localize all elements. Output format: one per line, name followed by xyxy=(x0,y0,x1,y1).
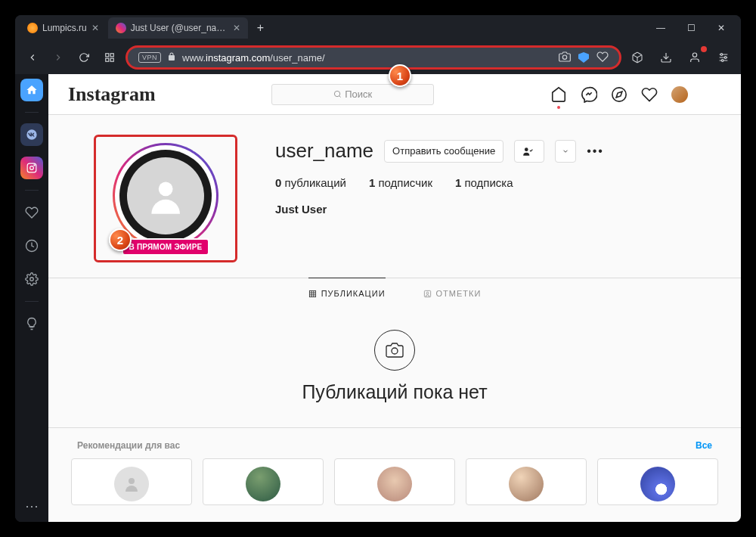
svg-rect-2 xyxy=(106,58,109,61)
svg-point-16 xyxy=(34,165,35,166)
search-placeholder: Поиск xyxy=(345,88,372,100)
sidebar-settings-icon[interactable] xyxy=(20,268,43,290)
close-icon[interactable]: ✕ xyxy=(233,23,240,33)
messenger-icon[interactable] xyxy=(581,86,597,103)
reco-header: Рекомендации для вас Все xyxy=(71,431,718,458)
profile-stats: 0 публикаций 1 подписчик 1 подписка xyxy=(275,176,604,189)
vpn-badge[interactable]: VPN xyxy=(138,52,161,63)
sidebar-more-icon[interactable]: ⋯ xyxy=(25,498,39,514)
reload-button[interactable] xyxy=(74,48,94,67)
tab-favicon-icon xyxy=(116,23,126,33)
reco-card[interactable] xyxy=(203,458,324,505)
body: ⋯ Instagram Поиск xyxy=(15,74,741,522)
svg-point-18 xyxy=(30,278,34,281)
instagram-logo[interactable]: Instagram xyxy=(68,83,156,106)
tab-title: Just User (@user_name) • xyxy=(131,23,228,33)
search-input[interactable]: Поиск xyxy=(271,84,434,105)
instagram-nav xyxy=(550,86,688,103)
tab-strip: Lumpics.ru ✕ Just User (@user_name) • ✕ … xyxy=(20,15,271,41)
window-controls: — ☐ ✕ xyxy=(646,17,736,39)
stat-following[interactable]: 1 подписка xyxy=(455,176,513,189)
suggestions-button[interactable] xyxy=(555,140,576,163)
svg-point-4 xyxy=(562,55,566,59)
snapshot-icon[interactable] xyxy=(559,51,571,65)
svg-point-19 xyxy=(335,91,340,96)
sidebar-lightbulb-icon[interactable] xyxy=(20,312,43,335)
tab-instagram[interactable]: Just User (@user_name) • ✕ xyxy=(108,17,248,39)
svg-point-13 xyxy=(721,60,723,62)
chevron-down-icon xyxy=(562,147,569,155)
reco-card[interactable] xyxy=(334,458,455,505)
tagged-icon xyxy=(423,290,432,298)
svg-point-31 xyxy=(426,292,429,294)
sidebar-separator xyxy=(25,190,39,191)
heart-icon[interactable] xyxy=(596,51,609,65)
sidebar-separator xyxy=(25,112,39,113)
following-button[interactable] xyxy=(514,140,544,163)
svg-point-32 xyxy=(392,348,398,354)
avatar-icon xyxy=(377,467,412,501)
minimize-button[interactable]: — xyxy=(646,17,676,39)
reco-card[interactable] xyxy=(71,458,192,505)
reco-card[interactable] xyxy=(466,458,587,505)
cube-icon[interactable] xyxy=(627,48,647,67)
tab-lumpics[interactable]: Lumpics.ru ✕ xyxy=(20,17,107,39)
browser-window: Lumpics.ru ✕ Just User (@user_name) • ✕ … xyxy=(15,15,741,522)
profile-avatar-icon[interactable] xyxy=(671,86,688,103)
address-actions xyxy=(559,51,609,65)
toolbar: VPN www.instagram.com/user_name/ xyxy=(15,41,741,74)
shield-icon[interactable] xyxy=(578,52,589,63)
url-text: www.instagram.com/user_name/ xyxy=(182,52,553,64)
sidebar-vk-icon[interactable] xyxy=(20,123,43,146)
svg-rect-0 xyxy=(106,54,109,57)
profile-tabs: ПУБЛИКАЦИИ ОТМЕТКИ xyxy=(48,278,741,309)
profile-info: user_name Отправить сообщение ••• 0 публ… xyxy=(275,135,604,262)
page-content: Instagram Поиск xyxy=(48,74,741,522)
svg-point-33 xyxy=(129,478,135,484)
svg-rect-30 xyxy=(424,290,430,296)
reco-title: Рекомендации для вас xyxy=(77,440,180,451)
sidebar-history-icon[interactable] xyxy=(20,234,43,257)
activity-icon[interactable] xyxy=(641,86,658,103)
user-icon[interactable] xyxy=(685,48,705,67)
tab-favicon-icon xyxy=(27,23,38,33)
sidebar-instagram-icon[interactable] xyxy=(20,157,43,179)
sidebar-heart-icon[interactable] xyxy=(20,201,43,224)
speed-dial-button[interactable] xyxy=(100,48,119,67)
maximize-button[interactable]: ☐ xyxy=(676,17,706,39)
annotation-marker-2: 2 xyxy=(109,228,132,251)
empty-state: Публикаций пока нет xyxy=(48,309,741,427)
back-button[interactable] xyxy=(23,48,42,67)
sidebar-home-icon[interactable] xyxy=(20,79,43,101)
profile-fullname: Just User xyxy=(275,203,604,216)
username: user_name xyxy=(275,139,373,163)
profile-section: В ПРЯМОМ ЭФИРЕ user_name Отправить сообщ… xyxy=(48,115,741,278)
more-options-button[interactable]: ••• xyxy=(587,144,604,158)
svg-point-15 xyxy=(30,166,34,170)
home-icon[interactable] xyxy=(550,86,567,103)
search-icon xyxy=(333,90,342,98)
download-icon[interactable] xyxy=(656,48,676,67)
stat-followers[interactable]: 1 подписчик xyxy=(369,176,432,189)
person-icon xyxy=(144,175,187,217)
reco-card[interactable] xyxy=(597,458,718,505)
live-badge: В ПРЯМОМ ЭФИРЕ xyxy=(122,238,210,256)
forward-button[interactable] xyxy=(48,48,68,67)
svg-point-23 xyxy=(159,182,173,196)
close-icon[interactable]: ✕ xyxy=(91,23,99,33)
close-button[interactable]: ✕ xyxy=(706,17,736,39)
tab-posts[interactable]: ПУБЛИКАЦИИ xyxy=(308,278,386,309)
person-check-icon xyxy=(522,146,533,157)
sidebar-separator xyxy=(25,301,39,302)
tab-tagged[interactable]: ОТМЕТКИ xyxy=(423,278,482,309)
new-tab-button[interactable]: + xyxy=(249,21,271,35)
address-bar[interactable]: VPN www.instagram.com/user_name/ xyxy=(125,45,621,70)
grid-icon xyxy=(308,290,317,298)
easy-setup-icon[interactable] xyxy=(714,48,733,67)
lock-icon xyxy=(167,52,176,64)
profile-row: user_name Отправить сообщение ••• xyxy=(275,139,604,163)
svg-point-21 xyxy=(612,87,626,101)
explore-icon[interactable] xyxy=(611,86,627,103)
reco-all-link[interactable]: Все xyxy=(696,440,712,451)
message-button[interactable]: Отправить сообщение xyxy=(384,140,503,163)
